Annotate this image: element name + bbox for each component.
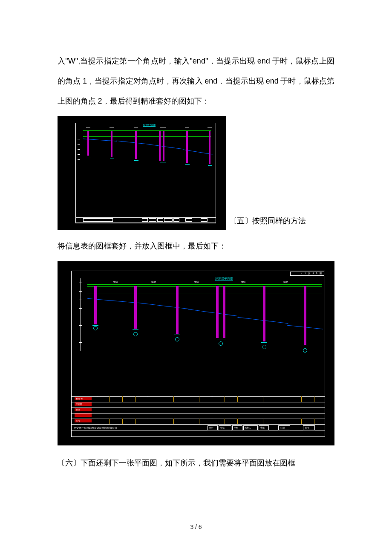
cad2-gauge-tick <box>79 283 82 283</box>
cad1-pier <box>111 131 112 157</box>
cad2-ground <box>174 335 180 335</box>
cad2-tick <box>314 419 314 424</box>
cad1-ground <box>134 160 138 161</box>
cad2-span-label: 3200 <box>241 281 245 283</box>
cad2-tick <box>173 396 174 402</box>
document-page: 入"W",当提示指定第一个角点时，输入"end"，当提示出现 end 于时，鼠标… <box>0 0 392 504</box>
cad2-pier <box>263 286 265 341</box>
cad2-pier <box>304 286 306 345</box>
cad2-title: 标准层平面图 <box>215 277 233 281</box>
cad2-ground <box>217 339 226 339</box>
cad1-titleblock-top <box>75 217 216 218</box>
cad2-tick <box>237 396 238 402</box>
cad2-row-label: 平面图 <box>76 403 82 405</box>
cad1-tb-cell <box>201 218 208 222</box>
cad1-gauge-tick <box>78 144 80 145</box>
cad2-ground <box>261 342 267 343</box>
cad1-tick <box>208 127 212 127</box>
cad1-green-rail <box>83 135 211 135</box>
cad2-span-label: 3200 <box>283 281 288 283</box>
cad1-drawing-frame <box>75 123 216 223</box>
cad2-tick <box>148 419 148 424</box>
cad2-pier <box>134 286 137 329</box>
figure-1-row: 标准层平面图 <box>58 116 334 230</box>
cad2-sign-text: 图号 <box>305 426 309 429</box>
cad2-tick <box>199 396 199 402</box>
cad1-gauge-tick <box>78 139 80 139</box>
cad2-sign-text: 日期 <box>280 426 285 429</box>
cad1-tb-cell <box>164 218 173 222</box>
p1-text-k: ，当提示出现 <box>217 77 265 85</box>
cad2-span-label: 3200 <box>151 281 156 283</box>
cad2-row-label: 比例 <box>76 408 80 411</box>
cad1-pier <box>135 131 137 159</box>
cad2-ground <box>92 325 98 326</box>
cad2-gauge-tick <box>79 325 82 326</box>
cad2-tick <box>263 396 263 402</box>
cad2-tick <box>314 396 314 402</box>
cad2-green-rail <box>87 294 322 294</box>
cad1-tb-cell <box>173 218 179 222</box>
cad1-tb-cell <box>83 218 113 222</box>
cad2-tick <box>110 396 110 402</box>
cad1-pier <box>209 131 210 164</box>
cad2-gauge-tick <box>79 342 82 343</box>
cad2-tick <box>263 419 263 424</box>
cad2-tick <box>225 419 225 424</box>
cad2-row-label: 图号 <box>76 419 80 422</box>
p1-text-b: "W", <box>65 57 80 65</box>
cad2-green-rail <box>87 296 322 296</box>
cad2-gauge-tick <box>79 308 82 309</box>
cad2-tick <box>301 396 302 402</box>
cad1-pier <box>163 131 164 161</box>
cad2-sign-text: 校核 <box>220 426 225 429</box>
cad2-tb-row <box>71 402 325 408</box>
cad2-span-label: 3200 <box>113 281 118 283</box>
cad1-gauge-tick <box>78 134 80 134</box>
cad1-tick <box>160 127 166 127</box>
cad2-gauge-tick <box>79 317 82 317</box>
cad2-stamp-text: K 1 页 A 0 图 <box>301 272 323 275</box>
cad1-title: 标准层平面图 <box>143 124 156 126</box>
cad2-pier <box>176 286 179 334</box>
cad1-tb-cell <box>149 218 156 222</box>
cad2-tb-label <box>75 413 92 417</box>
p1-text-c: 当提示指定第一个角点时，输入 <box>80 57 190 65</box>
cad2-tick <box>237 419 238 424</box>
cad1-gauge-tick <box>78 154 80 155</box>
cad1-green-rail <box>83 130 211 131</box>
cad2-info-table: 中交第一公路勘察设计研究院有限公司 标高 m 平面图 比例 图号 <box>71 396 325 437</box>
cad2-sign-text: 审核 <box>234 426 238 429</box>
p1-text-h: 1 <box>83 77 87 85</box>
cad1-gauge-tick <box>78 149 80 150</box>
cad2-sign-text: 设计 <box>209 426 213 429</box>
cad2-tick <box>97 396 97 402</box>
cad2-tick <box>97 419 97 424</box>
cad2-tb-row <box>71 413 325 419</box>
cad1-ground <box>185 164 190 165</box>
cad1-tb-cell <box>185 218 192 222</box>
cad1-tick <box>134 127 138 127</box>
cad1-titleblock-bot <box>75 223 216 223</box>
paragraph-1: 入"W",当提示指定第一个角点时，输入"end"，当提示出现 end 于时，鼠标… <box>58 51 334 111</box>
cad2-pier <box>216 286 219 338</box>
cad2-gauge-tick <box>79 334 82 334</box>
page-number: 3 / 6 <box>0 523 392 530</box>
cad2-row-label: 标高 m <box>76 397 83 400</box>
cad2-pier <box>223 286 225 338</box>
cad2-tick <box>173 419 174 424</box>
cad1-gauge-tick <box>78 129 80 129</box>
cad1-gauge-tick <box>78 159 80 160</box>
cad1-green-rail <box>83 129 211 129</box>
cad2-tick <box>135 396 135 402</box>
cad1-green-rail <box>83 136 211 137</box>
cad2-tick <box>212 419 212 424</box>
cad2-span-label: 3200 <box>194 281 199 283</box>
cad2-green-rail <box>87 286 322 287</box>
p1-text-i: ，当提示指定对角点时，再次输入 <box>87 77 205 85</box>
cad-screenshot-1: 标准层平面图 <box>58 116 226 230</box>
cad2-tick <box>212 396 212 402</box>
cad1-tick <box>86 127 90 127</box>
cad1-pier <box>186 131 188 163</box>
caption-five: 〔五〕按照同样的方法 <box>229 213 306 231</box>
